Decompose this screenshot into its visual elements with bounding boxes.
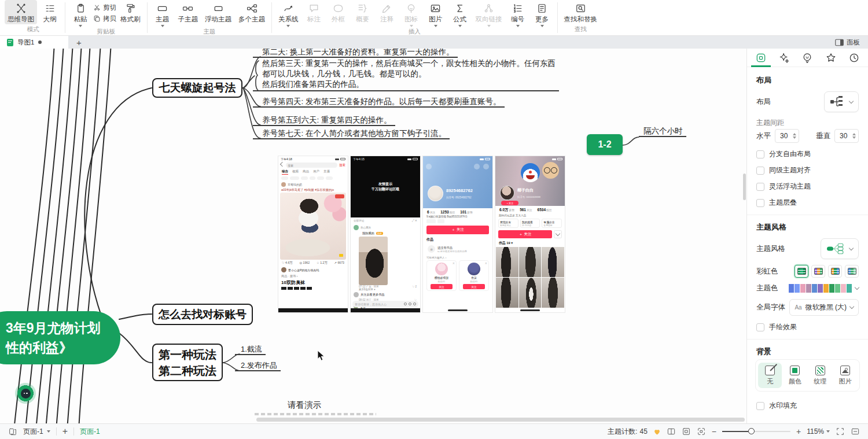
collapse-branch-button[interactable] (15, 383, 36, 404)
interval-text-node[interactable]: 隔六个小时 (639, 127, 686, 137)
tab-map1[interactable]: 导图1 (0, 36, 68, 49)
copy-button[interactable]: 拷贝 (93, 14, 116, 23)
add-page-button[interactable]: + (62, 426, 68, 437)
phone-screenshot-search[interactable]: 下午4:18 搜索 搜索 综合 视频 商品 用户 直播 草莓味的奶 a03年jk… (278, 156, 348, 313)
summary-button[interactable]: 概要 (351, 0, 374, 24)
add-tab-button[interactable]: + (76, 38, 82, 47)
tab-canvas-format[interactable] (752, 49, 770, 67)
phone-screenshot-comments[interactable]: 下午4:15 友情提示 千万别翻评论区哦 全部评论 ⤢ ✕ 热心网友 我拍重的 … (350, 156, 421, 313)
bidirectional-link-button[interactable]: 双向链接 (473, 0, 505, 28)
collapse-panel-icon[interactable] (851, 427, 860, 436)
rainbow-preset-1[interactable] (795, 265, 808, 278)
branch-day5-6[interactable]: 养号第五到六天: 重复第四天的操作。 (253, 116, 395, 126)
center-map-icon[interactable] (682, 427, 691, 436)
panel-toggle-button[interactable]: 面板 (835, 38, 860, 47)
floating-topic-button[interactable]: 浮动主题 (202, 0, 234, 24)
checkbox-hand-drawn[interactable]: 手绘效果 (747, 322, 868, 332)
vertical-scrollbar[interactable] (743, 174, 746, 200)
find-replace-button[interactable]: 查找和替换 (561, 0, 601, 24)
phone-screenshot-profile2[interactable]: 椰子白白 抖音号: 6666668888 ＋关注 6.0万获赞 561关注 65… (495, 156, 565, 313)
mode-group-label: 模式 (5, 25, 61, 35)
zoom-level-dropdown[interactable]: 115% (807, 427, 830, 436)
topic-button[interactable]: 主题 (151, 0, 174, 28)
page-selector-value: 页面-1 (23, 427, 43, 437)
stat-label: 关注 (430, 211, 436, 214)
zoom-out-button[interactable]: − (712, 427, 716, 436)
branch-day4[interactable]: 养号第四天: 发布第三天准备好的作品。以后每一天都要刷垂直账号。 (253, 97, 505, 108)
horizontal-spacing-label: 水平 (756, 131, 771, 141)
checkbox-topic-overlap[interactable]: 主题层叠 (747, 198, 868, 208)
demo-text[interactable]: 请看演示 (288, 400, 321, 411)
multiple-topics-button[interactable]: 多个主题 (236, 0, 268, 24)
vertical-spacing-stepper[interactable]: 30 (834, 129, 859, 143)
phone-screenshot-profile1[interactable]: 89254682762 抖音号: 89254682762 6关注 1253粉丝 … (422, 156, 493, 313)
zoom-in-button[interactable]: + (796, 427, 801, 436)
hot-badge: 热评 (376, 232, 383, 235)
formula-button[interactable]: 公式 (448, 0, 472, 28)
fit-screen-icon[interactable] (697, 427, 706, 436)
pages-icon[interactable] (8, 427, 17, 436)
background-image-option[interactable]: 图片 (833, 363, 857, 388)
p1-collect-count: 1.2万 (320, 261, 327, 264)
relationship-button[interactable]: 关系线 (275, 0, 301, 28)
outline-view-icon[interactable] (667, 427, 676, 436)
avatar (354, 225, 359, 230)
outline-mode-button[interactable]: 大纲 (38, 0, 61, 24)
tab-badges[interactable] (822, 49, 840, 67)
checkbox-watermark-fill[interactable]: 水印填充 (747, 401, 868, 411)
mindmap-mode-button[interactable]: 思维导图 (5, 0, 37, 24)
background-none-option[interactable]: 无 (758, 363, 782, 388)
comment-photo-thumbnail (359, 237, 388, 285)
rainbow-preset-2[interactable] (811, 265, 825, 278)
global-font-dropdown[interactable]: Aa 微软雅黑 (大) (789, 299, 859, 316)
checkbox-label: 同级主题对齐 (769, 165, 811, 175)
zoom-slider-knob[interactable] (748, 428, 755, 434)
fullscreen-icon[interactable] (836, 427, 845, 436)
stat-value: 561 (520, 208, 526, 212)
play-child-1[interactable]: 1.截流 (235, 345, 266, 355)
layout-dropdown[interactable] (824, 91, 859, 112)
image-button[interactable]: 图片 (424, 0, 447, 28)
node-interval-1-2[interactable]: 1-2 (587, 134, 623, 155)
multiple-topics-icon (247, 3, 258, 14)
more-button[interactable]: 更多 (531, 0, 554, 28)
paste-button[interactable]: 粘贴 (69, 0, 92, 28)
background-texture-option[interactable]: 纹理 (808, 363, 832, 388)
icon-marker-button[interactable]: 图标 (400, 0, 423, 28)
emoji-sticker (339, 254, 343, 257)
branch-day7[interactable]: 养号第七天: 在个人简介或者其他地方留下钩子引流。 (253, 129, 450, 139)
theme-style-dropdown[interactable] (821, 238, 859, 259)
rainbow-preset-4[interactable] (845, 265, 859, 278)
rainbow-preset-3[interactable] (828, 265, 842, 278)
node-play-methods[interactable]: 第一种玩法 第二种玩法 (152, 344, 223, 381)
boundary-button[interactable]: 外框 (327, 0, 350, 24)
numbering-button[interactable]: 编号 (506, 0, 529, 28)
page-selector[interactable]: 页面-1 (23, 427, 50, 437)
node-find-benchmark[interactable]: 怎么去找对标账号 (152, 304, 253, 325)
callout-button[interactable]: 标注 (303, 0, 326, 24)
theme-color-dropdown[interactable] (789, 284, 859, 293)
profile1-stats: 6关注 1253粉丝 101获赞 (423, 208, 492, 215)
checkbox-free-branch-layout[interactable]: 分支自由布局 (747, 149, 868, 159)
p1-thumb-strip (278, 286, 348, 290)
play-child-2[interactable]: 2.发布作品 (235, 361, 281, 371)
page-tab-active[interactable]: 页面-1 (80, 427, 100, 437)
background-color-option[interactable]: 颜色 (783, 363, 807, 388)
horizontal-spacing-stepper[interactable]: 30 (775, 129, 799, 143)
zoom-slider[interactable] (722, 431, 790, 432)
tab-ai-magic[interactable] (775, 49, 793, 67)
branch-day2[interactable]: 第二天: 换上第一天准备好的资料。重复第一天的操作。 (253, 49, 458, 58)
checkbox-flexible-floating-topic[interactable]: 灵活浮动主题 (747, 182, 868, 191)
tab-history[interactable] (845, 49, 863, 67)
cut-button[interactable]: 剪切 (93, 3, 116, 12)
mindmap-canvas[interactable]: 3年9月尤物计划 性的利益》 七天螺旋起号法 怎么去找对标账号 第一种玩法 第二… (0, 49, 746, 423)
checkbox-align-sibling-topics[interactable]: 同级主题对齐 (747, 165, 868, 175)
tab-stickers[interactable] (799, 49, 816, 67)
node-seven-day-method[interactable]: 七天螺旋起号法 (152, 78, 242, 98)
format-painter-button[interactable]: 格式刷 (117, 0, 144, 24)
branch-day3[interactable]: 然后第三天: 重复第一天的操作，然后在商城买一个，跟女性相关的小物件。任何东西 … (253, 58, 559, 91)
subtopic-button[interactable]: 子主题 (175, 0, 201, 24)
central-topic-node[interactable]: 3年9月尤物计划 性的利益》 (0, 311, 120, 364)
note-button[interactable]: 注释 (376, 0, 399, 24)
horizontal-scrollbar[interactable] (256, 418, 745, 422)
